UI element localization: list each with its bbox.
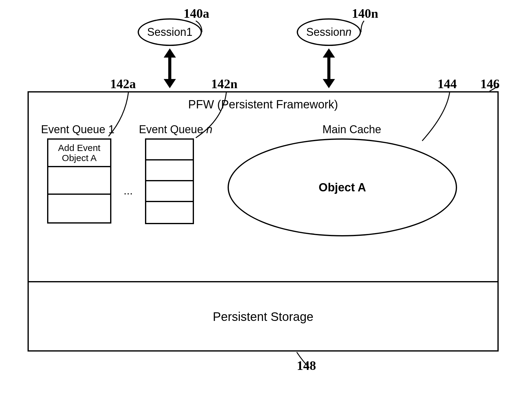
event-queue-1: Add Event Object A: [47, 138, 111, 224]
main-cache: Object A: [228, 138, 457, 236]
session-1-label-num: 1: [186, 26, 192, 39]
queues-ellipsis: ...: [124, 184, 133, 197]
event-queue-n-cell-3: [146, 181, 193, 202]
event-queue-1-cell-2: [48, 167, 110, 195]
persistent-storage-label: Persistent Storage: [29, 310, 497, 324]
framework-container: PFW (Persistent Framework) Event Queue 1…: [28, 91, 499, 352]
pfw-title: PFW (Persistent Framework): [29, 98, 497, 111]
ref-140n: 140n: [352, 6, 378, 21]
event-queue-1-cell-1: Add Event Object A: [48, 140, 110, 167]
ref-144: 144: [437, 77, 457, 91]
event-queue-n-cell-4: [146, 202, 193, 223]
event-queue-1-label-prefix: Event Queue: [41, 123, 108, 136]
session-n-label-num: n: [345, 26, 352, 39]
event-queue-n-cell-1: [146, 140, 193, 160]
arrow-session-1: [164, 48, 176, 88]
main-cache-object: Object A: [319, 181, 366, 194]
session-n: Session n: [297, 18, 361, 46]
ref-140a: 140a: [184, 6, 209, 21]
session-1-label-prefix: Session: [147, 26, 186, 39]
pfw-region: PFW (Persistent Framework) Event Queue 1…: [29, 92, 497, 282]
arrow-session-n: [323, 48, 335, 88]
event-queue-1-cell-1-line1: Add Event: [58, 143, 100, 153]
event-queue-n-label-num: n: [206, 123, 212, 136]
event-queue-n-label-prefix: Event Queue: [139, 123, 206, 136]
event-queue-n: [145, 138, 194, 224]
ref-146: 146: [480, 77, 500, 91]
session-n-label-prefix: Session: [306, 26, 345, 39]
event-queue-1-cell-3: [48, 195, 110, 222]
event-queue-n-cell-2: [146, 160, 193, 181]
ref-142a: 142a: [110, 77, 136, 91]
diagram-stage: 140a 140n Session 1 Session n 142a 142n …: [0, 0, 532, 414]
session-1: Session 1: [138, 18, 202, 46]
ref-148: 148: [297, 358, 316, 373]
event-queue-1-cell-1-line2: Object A: [58, 153, 100, 163]
event-queue-1-label: Event Queue 1: [41, 123, 114, 136]
main-cache-label: Main Cache: [322, 123, 381, 136]
event-queue-n-label: Event Queue n: [139, 123, 212, 136]
event-queue-1-label-num: 1: [108, 123, 114, 136]
ref-142n: 142n: [211, 77, 237, 91]
